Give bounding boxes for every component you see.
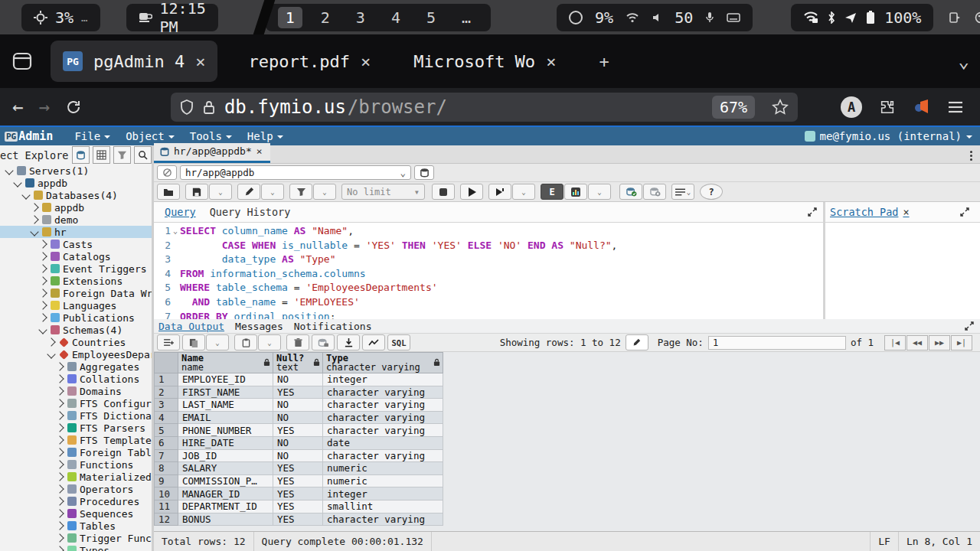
expand-editor-icon[interactable] [808,207,817,217]
cell[interactable]: PHONE_NUMBER [178,424,273,437]
chevron-right-icon[interactable] [47,337,55,346]
cell[interactable]: character varying [323,449,443,462]
cpu-pill[interactable]: 3% … [21,4,100,31]
add-row-button[interactable] [157,334,180,350]
connection-select[interactable]: hr/app@appdb ⌄ [180,165,411,180]
chevron-right-icon[interactable] [55,521,64,530]
table-row[interactable]: 3LAST_NAMENOcharacter varying [155,399,443,412]
edit-menu-chevron[interactable]: ⌄ [261,184,284,200]
cell[interactable]: YES [273,513,323,526]
chevron-right-icon[interactable] [55,411,64,419]
querytool-tab[interactable]: hr/app@appdb* × [154,143,270,163]
sql-line-3[interactable]: 3 data_type AS "Type" [154,253,823,267]
chevron-right-icon[interactable] [38,289,47,297]
back-button[interactable]: ← [12,96,23,118]
search-objects-button[interactable] [134,146,152,164]
tree-item-sequences[interactable]: Sequences [0,507,152,520]
explain-button[interactable]: E [541,184,564,200]
save-file-button[interactable] [185,184,208,200]
filter-menu-chevron[interactable]: ⌄ [313,184,336,200]
chevron-right-icon[interactable] [38,264,47,272]
workspace-…[interactable]: … [454,7,479,28]
filter-button[interactable] [289,184,312,200]
expand-output-icon[interactable] [965,321,974,331]
reload-button[interactable] [65,99,82,116]
cell[interactable]: character varying [323,513,443,526]
row-number[interactable]: 12 [155,513,178,526]
sql-line-5[interactable]: 5WHERE table_schema = 'EmployeesDepartme… [154,281,823,295]
table-row[interactable]: 5PHONE_NUMBERYEScharacter varying [155,424,443,437]
tree-item-functions[interactable]: Functions [0,458,152,471]
graph-visualiser-button[interactable] [362,334,385,350]
tree-item-event-triggers[interactable]: Event Triggers [0,262,152,275]
paste-menu-chevron[interactable]: ⌄ [258,334,281,350]
cursor-position-status[interactable]: Ln 8, Col 1 [898,532,980,551]
row-number[interactable]: 3 [155,399,178,412]
chevron-down-icon[interactable] [38,325,47,334]
tree-item-databases-4-[interactable]: Databases(4) [0,189,152,201]
cell[interactable]: SALARY [178,462,273,475]
chevron-down-icon[interactable] [30,227,38,236]
cell[interactable]: FIRST_NAME [178,386,273,399]
table-row[interactable]: 11DEPARTMENT_IDYESsmallint [155,500,443,513]
tree-item-collations[interactable]: Collations [0,373,152,385]
menu-object[interactable]: Object [118,130,182,142]
filter-tree-button[interactable] [113,146,131,164]
panel-kebab-icon[interactable] [970,151,972,161]
cell[interactable]: numeric [323,462,443,475]
commit-button[interactable] [619,184,642,200]
tab-close-icon[interactable]: × [195,52,205,71]
workspace-switcher[interactable]: 12345… [266,4,491,31]
menu-tools[interactable]: Tools [182,130,240,142]
row-number[interactable]: 8 [155,462,178,475]
last-page-button[interactable]: ▶| [951,335,972,350]
cell[interactable]: MANAGER_ID [178,487,273,500]
scratch-pad-close-icon[interactable]: × [903,206,909,218]
cell[interactable]: integer [323,373,443,386]
paste-button[interactable] [234,334,257,350]
workspace-5[interactable]: 5 [419,7,443,28]
chevron-right-icon[interactable] [55,472,64,481]
tab-query[interactable]: Query [158,204,202,220]
cell[interactable]: character varying [323,411,443,424]
tree-item-fts-dictionar[interactable]: FTS Dictionar [0,409,152,422]
limit-select[interactable]: No limit ▾ [341,184,425,200]
row-number[interactable]: 9 [155,474,178,487]
palette-icon[interactable] [975,11,980,24]
explain-menu-chevron[interactable]: ⌄ [588,184,611,200]
chevron-right-icon[interactable] [55,435,64,444]
network-pill[interactable]: 100% [791,4,933,31]
cell[interactable]: NO [273,373,323,386]
execute-menu-chevron[interactable]: ⌄ [512,184,535,200]
extensions-puzzle-icon[interactable] [879,99,896,116]
cell[interactable]: numeric [323,474,443,487]
cell[interactable]: YES [273,424,323,437]
execute-options-button[interactable] [488,184,511,200]
cell[interactable]: DEPARTMENT_ID [178,500,273,513]
chevron-right-icon[interactable] [55,399,64,407]
edit-button[interactable] [237,184,260,200]
cell[interactable]: character varying [323,424,443,437]
cell[interactable]: YES [273,500,323,513]
browser-tab-2[interactable]: Microsoft Wo× [401,41,568,82]
cell[interactable]: integer [323,487,443,500]
browser-tab-0[interactable]: PGpgAdmin 4× [51,41,217,82]
tree-item-procedures[interactable]: Procedures [0,495,152,507]
row-number[interactable]: 5 [155,424,178,437]
tree-item-foreign-table[interactable]: Foreign Table [0,446,152,458]
sql-line-2[interactable]: 2 CASE WHEN is_nullable = 'YES' THEN 'YE… [154,239,823,253]
scratch-pad-body[interactable] [825,223,980,319]
row-number[interactable]: 2 [155,386,178,399]
chevron-right-icon[interactable] [55,448,64,456]
cell[interactable]: JOB_ID [178,449,273,462]
fold-chevron-icon[interactable]: ⌄ [171,224,180,239]
results-table[interactable]: NamenameNull?textTypecharacter varying 1… [154,352,443,526]
shield-icon[interactable] [180,99,194,115]
tree-item-countries[interactable]: Countries [0,336,152,348]
row-number[interactable]: 6 [155,436,178,449]
chevron-right-icon[interactable] [55,546,64,551]
tree-item-casts[interactable]: Casts [0,238,152,250]
cell[interactable]: EMAIL [178,411,273,424]
tree-item-employeesdepar[interactable]: EmployeesDepar [0,348,152,360]
cell[interactable]: character varying [323,386,443,399]
